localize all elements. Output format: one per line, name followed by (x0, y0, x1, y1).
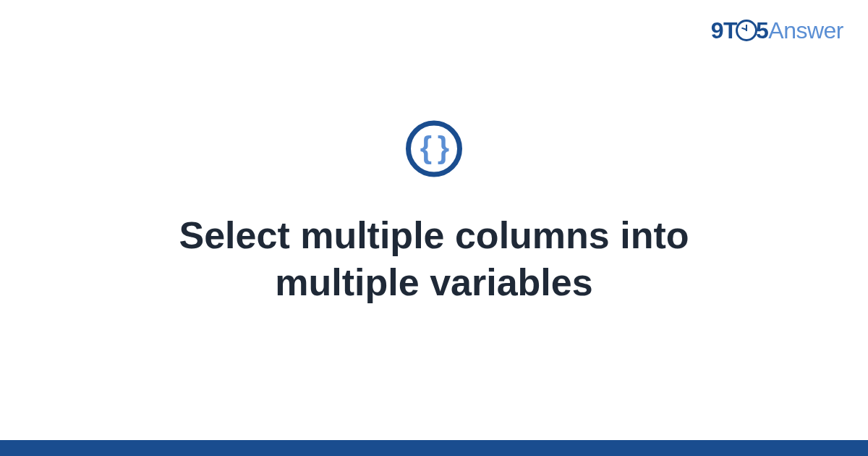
brand-text-9t: 9T (711, 17, 737, 43)
category-icon-circle: { } (406, 121, 462, 177)
brand-text-answer: Answer (768, 17, 843, 43)
main-content: { } Select multiple columns into multipl… (0, 121, 868, 306)
code-braces-icon: { } (420, 132, 448, 163)
brand-logo: 9T5Answer (711, 17, 843, 44)
footer-bar (0, 440, 868, 456)
clock-icon (736, 20, 757, 41)
page-title: Select multiple columns into multiple va… (109, 212, 760, 306)
brand-text-5: 5 (756, 17, 768, 43)
